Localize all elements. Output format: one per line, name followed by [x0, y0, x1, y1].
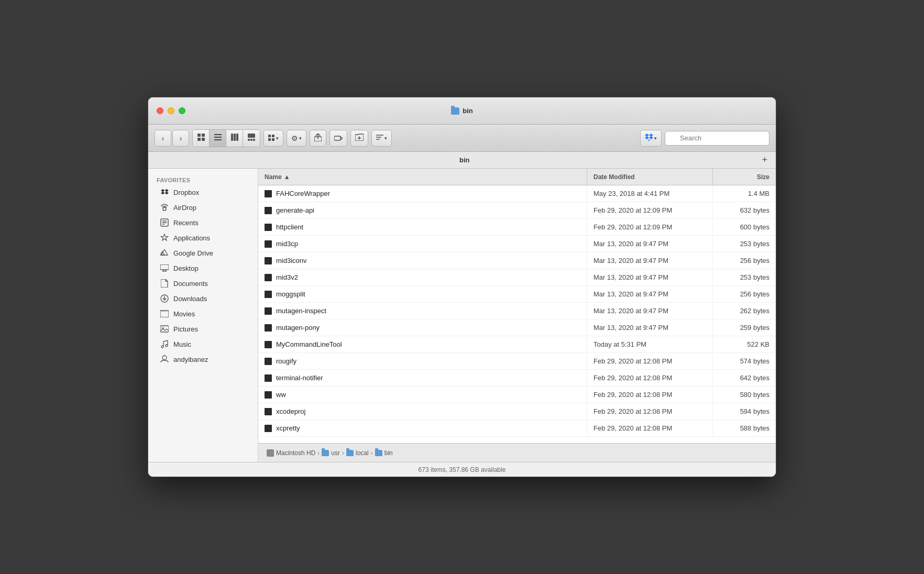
file-icon: [265, 207, 272, 214]
pictures-icon: [160, 324, 169, 334]
table-row[interactable]: FAHCoreWrapper May 23, 2018 at 4:41 PM 1…: [258, 185, 776, 202]
file-date-cell: Mar 13, 2020 at 9:47 PM: [587, 303, 713, 319]
sidebar-item-dropbox[interactable]: Dropbox: [151, 185, 255, 200]
date-column-header[interactable]: Date Modified: [587, 169, 713, 185]
dropbox-icon: [160, 187, 169, 197]
table-row[interactable]: ww Feb 29, 2020 at 12:08 PM 580 bytes: [258, 387, 776, 403]
table-row[interactable]: mid3v2 Mar 13, 2020 at 9:47 PM 253 bytes: [258, 269, 776, 286]
svg-point-45: [166, 345, 168, 347]
view-buttons: [192, 129, 260, 147]
breadcrumb-item-local[interactable]: local: [346, 449, 369, 457]
sidebar: Favorites Dropbox: [148, 169, 258, 462]
table-row[interactable]: mutagen-inspect Mar 13, 2020 at 9:47 PM …: [258, 303, 776, 319]
sidebar-item-applications[interactable]: Applications: [151, 230, 255, 245]
dropbox-button[interactable]: ▾: [640, 130, 662, 147]
file-name: MyCommandLineTool: [276, 340, 342, 348]
window-title-text: bin: [463, 107, 473, 115]
sort-arrow: ▲: [284, 173, 290, 181]
file-name: xcodeproj: [276, 407, 305, 415]
breadcrumb-usr-label: usr: [331, 449, 340, 457]
minimize-button[interactable]: [168, 107, 174, 114]
file-name-cell: mid3v2: [258, 269, 587, 285]
file-date-cell: Feb 29, 2020 at 12:09 PM: [587, 202, 713, 218]
sidebar-item-downloads[interactable]: Downloads: [151, 291, 255, 306]
new-folder-button[interactable]: [350, 130, 368, 147]
name-column-header[interactable]: Name ▲: [258, 169, 587, 185]
sidebar-item-desktop[interactable]: Desktop: [151, 261, 255, 275]
sidebar-item-label: Documents: [173, 280, 208, 288]
music-icon: [160, 339, 169, 349]
file-size-cell: 600 bytes: [713, 219, 776, 235]
file-icon: [265, 374, 272, 382]
close-button[interactable]: [157, 107, 163, 114]
hdd-icon: [267, 449, 274, 457]
file-icon: [265, 425, 272, 432]
file-name-cell: generate-api: [258, 202, 587, 218]
user-icon: [160, 355, 169, 364]
sidebar-item-music[interactable]: Music: [151, 337, 255, 351]
add-tab-button[interactable]: +: [762, 154, 767, 165]
action-button[interactable]: ⚙ ▾: [287, 130, 306, 147]
view-column-button[interactable]: [226, 130, 243, 147]
svg-rect-42: [160, 326, 169, 332]
svg-point-46: [162, 356, 167, 360]
sidebar-item-google-drive[interactable]: Google Drive: [151, 246, 255, 260]
table-row[interactable]: mid3iconv Mar 13, 2020 at 9:47 PM 256 by…: [258, 252, 776, 269]
file-name: mid3v2: [276, 273, 298, 281]
sort-button[interactable]: ▾: [371, 130, 392, 147]
sidebar-item-documents[interactable]: Documents: [151, 276, 255, 291]
breadcrumb-item-hdd[interactable]: Macintosh HD: [267, 449, 315, 457]
back-icon: ‹: [162, 134, 164, 142]
table-row[interactable]: generate-api Feb 29, 2020 at 12:09 PM 63…: [258, 202, 776, 219]
group-chevron: ▾: [276, 136, 279, 141]
size-col-label: Size: [757, 173, 769, 181]
path-bar: bin +: [148, 152, 776, 169]
action-chevron: ▾: [299, 136, 302, 141]
size-column-header[interactable]: Size: [713, 169, 776, 185]
search-input[interactable]: [665, 131, 769, 146]
file-size-cell: 256 bytes: [713, 286, 776, 302]
svg-rect-0: [197, 134, 201, 137]
sort-icon: [376, 134, 383, 142]
sidebar-item-movies[interactable]: Movies: [151, 306, 255, 321]
view-gallery-button[interactable]: [243, 130, 260, 147]
sidebar-item-pictures[interactable]: Pictures: [151, 322, 255, 336]
file-date-cell: Mar 13, 2020 at 9:47 PM: [587, 286, 713, 302]
sidebar-item-airdrop[interactable]: AirDrop: [151, 200, 255, 215]
forward-button[interactable]: ›: [172, 130, 189, 147]
file-size-cell: 253 bytes: [713, 236, 776, 252]
file-size-cell: 632 bytes: [713, 202, 776, 218]
svg-rect-4: [214, 134, 222, 135]
back-button[interactable]: ‹: [155, 130, 171, 147]
table-row[interactable]: mid3cp Mar 13, 2020 at 9:47 PM 253 bytes: [258, 236, 776, 252]
group-button[interactable]: ▾: [263, 130, 283, 147]
view-list-button[interactable]: [210, 130, 226, 147]
file-size-cell: 580 bytes: [713, 387, 776, 403]
file-name-cell: mid3cp: [258, 236, 587, 252]
table-row[interactable]: mutagen-pony Mar 13, 2020 at 9:47 PM 259…: [258, 319, 776, 336]
file-date-cell: Feb 29, 2020 at 12:08 PM: [587, 353, 713, 369]
table-row[interactable]: rougify Feb 29, 2020 at 12:08 PM 574 byt…: [258, 353, 776, 370]
sidebar-item-user[interactable]: andyibanez: [151, 352, 255, 367]
file-name: httpclient: [276, 223, 303, 231]
table-row[interactable]: xcpretty Feb 29, 2020 at 12:08 PM 588 by…: [258, 420, 776, 437]
recents-icon: [160, 218, 169, 227]
maximize-button[interactable]: [179, 107, 185, 114]
sidebar-item-recents[interactable]: Recents: [151, 215, 255, 230]
table-row[interactable]: MyCommandLineTool Today at 5:31 PM 522 K…: [258, 336, 776, 353]
file-icon: [265, 324, 272, 332]
view-icon-button[interactable]: [193, 130, 210, 147]
breadcrumb-item-usr[interactable]: usr: [322, 449, 340, 457]
desktop-icon: [160, 263, 169, 273]
file-icon: [265, 307, 272, 315]
table-row[interactable]: xcodeproj Feb 29, 2020 at 12:08 PM 594 b…: [258, 403, 776, 420]
tag-button[interactable]: [329, 130, 347, 147]
file-name: mutagen-inspect: [276, 307, 326, 315]
breadcrumb-item-bin[interactable]: bin: [375, 449, 393, 457]
table-row[interactable]: terminal-notifier Feb 29, 2020 at 12:08 …: [258, 370, 776, 387]
documents-icon: [160, 279, 169, 288]
share-button[interactable]: [310, 130, 326, 147]
table-row[interactable]: httpclient Feb 29, 2020 at 12:09 PM 600 …: [258, 219, 776, 236]
google-drive-icon: [160, 248, 169, 258]
table-row[interactable]: moggsplit Mar 13, 2020 at 9:47 PM 256 by…: [258, 286, 776, 303]
